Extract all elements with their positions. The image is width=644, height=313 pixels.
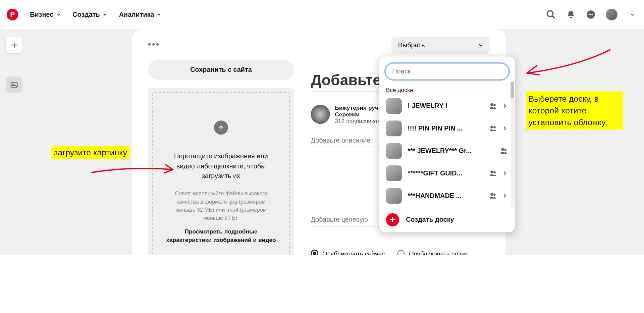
board-thumb (386, 188, 402, 204)
svg-point-13 (504, 149, 506, 151)
board-dropdown: Все доски ! JEWELRY !!!!! PIN PIN PIN ..… (379, 56, 515, 232)
upload-column: Сохранить с сайта Перетащите изображения… (148, 60, 294, 255)
chat-icon[interactable] (586, 9, 596, 19)
left-rail: + (6, 37, 22, 93)
content: + ••• Выбрать Сохранить с сайта (0, 29, 644, 255)
board-meta-icons (500, 147, 508, 155)
upload-arrow-icon (214, 121, 228, 135)
nav-business[interactable]: Бизнес (30, 11, 61, 18)
annotation-select-board: Выберете доску, в которой хотите установ… (526, 92, 623, 130)
svg-point-9 (493, 104, 496, 106)
publish-now-label: Опубликовать сейчас (322, 250, 385, 255)
board-item[interactable]: *** JEWELRY*** Gr... (379, 140, 515, 162)
board-label: !!!! PIN PIN PIN ... (408, 125, 483, 132)
board-meta-icons (489, 102, 508, 110)
board-thumb (386, 120, 402, 136)
plus-icon: + (386, 213, 399, 226)
board-label: *** JEWELRY*** Gr... (408, 147, 494, 155)
board-thumb (386, 165, 402, 181)
svg-point-0 (547, 11, 553, 16)
board-item[interactable]: !!!! PIN PIN PIN ... (379, 117, 515, 140)
publish-later-label: Опубликовать позже (409, 250, 469, 255)
nav-analytics[interactable]: Аналитика (119, 11, 162, 18)
dropzone-hint-text: Совет: используйте файлы высокого качест… (167, 190, 275, 222)
header-left: P Бизнес Создать Аналитика (7, 9, 162, 20)
account-menu-chevron-icon[interactable] (627, 9, 637, 19)
dropdown-scrollbar[interactable] (511, 82, 514, 207)
people-icon (489, 124, 497, 133)
bell-icon[interactable] (566, 9, 576, 19)
pinterest-logo[interactable]: P (7, 9, 18, 20)
annotation-arrow-right (515, 46, 614, 81)
save-from-site-button[interactable]: Сохранить с сайта (148, 60, 294, 80)
chevron-down-icon (157, 12, 162, 17)
nav-create-label: Создать (72, 11, 100, 18)
board-item[interactable]: ! JEWELRY ! (379, 95, 515, 117)
board-list[interactable]: ! JEWELRY !!!!! PIN PIN PIN ...*** JEWEL… (379, 95, 515, 207)
svg-point-14 (490, 170, 493, 173)
people-icon (500, 147, 508, 155)
chevron-down-icon (102, 12, 107, 17)
chevron-right-icon (501, 125, 508, 132)
publish-now-option[interactable]: Опубликовать сейчас (311, 250, 385, 255)
people-icon (489, 102, 497, 110)
board-meta-icons (489, 192, 508, 200)
svg-line-1 (552, 16, 554, 18)
dropdown-heading: Все доски (379, 84, 515, 95)
board-search-input[interactable] (384, 62, 510, 81)
svg-point-16 (490, 193, 493, 196)
svg-point-3 (589, 14, 590, 15)
nav-business-label: Бизнес (30, 11, 53, 18)
dropdown-scroll-thumb[interactable] (511, 82, 514, 98)
chevron-down-icon (56, 12, 61, 17)
board-meta-icons (489, 124, 508, 133)
chevron-right-icon (501, 193, 508, 199)
chevron-right-icon (501, 170, 508, 177)
profile-avatar (311, 105, 330, 124)
board-label: ******GIFT GUID... (408, 169, 483, 177)
board-item[interactable]: ******GIFT GUID... (379, 162, 515, 185)
dropdown-search-wrap (379, 56, 515, 84)
svg-point-17 (493, 194, 496, 196)
radio-checked-icon (311, 250, 318, 255)
board-meta-icons (489, 169, 508, 177)
create-board-button[interactable]: + Создать доску (379, 207, 515, 232)
people-icon (489, 169, 497, 177)
chevron-right-icon (501, 103, 508, 109)
svg-point-10 (490, 126, 493, 128)
people-icon (489, 192, 497, 200)
svg-point-4 (590, 14, 592, 15)
board-select-label: Выбрать (398, 42, 425, 49)
header-right (546, 9, 638, 20)
add-pin-button[interactable]: + (6, 37, 22, 53)
chevron-down-icon (478, 42, 484, 48)
board-select-button[interactable]: Выбрать (391, 37, 490, 54)
annotation-upload: загрузите картинку (52, 146, 130, 159)
publish-later-option[interactable]: Опубликовать позже (397, 250, 469, 255)
board-thumb (386, 143, 402, 159)
radio-unchecked-icon (397, 250, 405, 255)
svg-point-15 (493, 171, 496, 173)
nav-create[interactable]: Создать (72, 11, 107, 18)
board-label: ! JEWELRY ! (408, 102, 483, 110)
board-label: ***HANDMADE ... (408, 192, 483, 199)
board-item[interactable]: ***HANDMADE ... (379, 185, 515, 207)
nav-analytics-label: Аналитика (119, 11, 154, 18)
search-icon[interactable] (546, 9, 556, 19)
svg-point-12 (501, 148, 504, 151)
board-thumb (386, 98, 402, 114)
svg-point-11 (493, 126, 496, 128)
rail-image-icon[interactable] (6, 76, 22, 93)
svg-point-5 (592, 14, 593, 15)
dropzone-main-text: Перетащите изображения или видео либо ще… (171, 151, 271, 181)
publish-options-row: Опубликовать сейчас Опубликовать позже (311, 250, 490, 255)
annotation-arrow-left (90, 162, 181, 180)
create-board-label: Создать доску (406, 216, 454, 223)
dropzone-specs-link[interactable]: Просмотреть подробные характеристики изо… (163, 228, 279, 244)
avatar[interactable] (606, 9, 618, 20)
header: P Бизнес Создать Аналитика (0, 0, 644, 29)
svg-point-8 (490, 103, 493, 106)
